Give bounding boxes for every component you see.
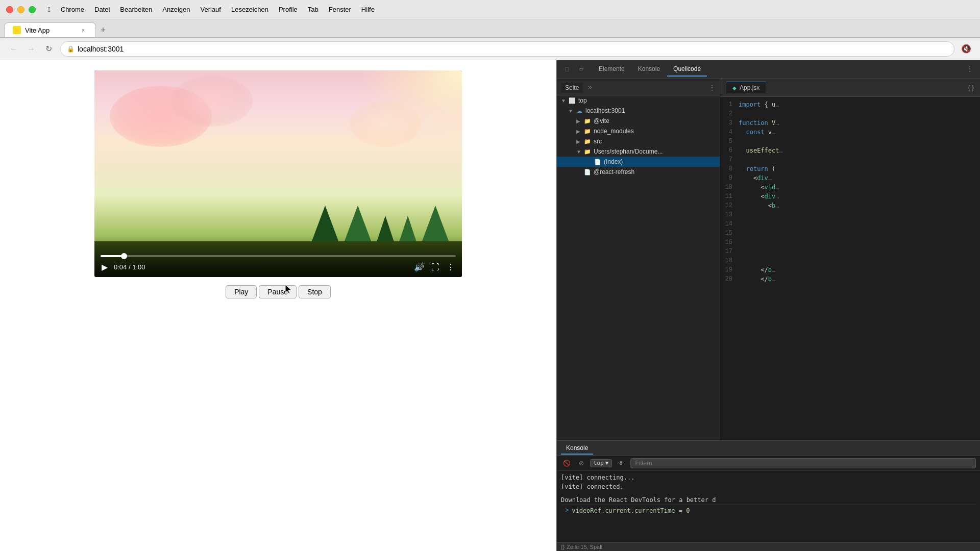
- line-num-1: 1: [720, 101, 739, 108]
- console-msg-connecting: [vite] connecting...: [561, 473, 976, 482]
- tree-item-src[interactable]: ▶ 📁 src: [557, 136, 720, 146]
- pause-button[interactable]: Pause: [259, 285, 297, 298]
- devtools-tabs: ⬚ ▭ Elemente Konsole Quellcode ⋮: [557, 60, 980, 79]
- pretty-print-icon[interactable]: { }: [968, 84, 974, 91]
- line-code-3: function V…: [739, 119, 779, 127]
- tab-close-button[interactable]: ×: [79, 26, 87, 34]
- tab-title: Vite App: [25, 27, 50, 34]
- devtools-inspect-icon[interactable]: ⬚: [561, 63, 573, 76]
- devtools-body: Seite » ⋮ ▼ ⬜ top ▼ ☁ localhost:3001 ▶: [557, 79, 980, 440]
- menu-bar:  Chrome Datei Bearbeiten Anzeigen Verla…: [44, 5, 379, 14]
- top-badge[interactable]: top ▼: [590, 459, 612, 467]
- console-filter-input[interactable]: [630, 458, 976, 468]
- tree-item-vite[interactable]: ▶ 📁 @vite: [557, 116, 720, 126]
- sources-header: Seite » ⋮: [557, 81, 720, 95]
- tree-item-index[interactable]: ▶ 📄 (Index): [557, 157, 720, 167]
- stop-button[interactable]: Stop: [299, 285, 331, 298]
- light-glow: [360, 70, 462, 147]
- sources-menu[interactable]: ⋮: [708, 84, 716, 92]
- reload-button[interactable]: ↻: [41, 41, 56, 57]
- menu-hilfe[interactable]: Hilfe: [357, 5, 379, 14]
- line-num-16: 16: [720, 239, 739, 246]
- console-tab-konsole[interactable]: Konsole: [561, 442, 593, 455]
- progress-thumb: [121, 253, 127, 259]
- devtools-console: Konsole 🚫 ⊘ top ▼ 👁 [vite] connecting...…: [557, 440, 980, 542]
- back-button[interactable]: ←: [6, 41, 21, 57]
- mute-button[interactable]: 🔇: [959, 41, 974, 57]
- menu-bearbeiten[interactable]: Bearbeiten: [116, 5, 156, 14]
- tree-label-react-refresh: @react-refresh: [594, 168, 634, 176]
- folder-icon-users: 📁: [583, 147, 592, 156]
- controls-left: ▶ 0:04 / 1:00: [101, 261, 145, 273]
- close-button[interactable]: [6, 6, 13, 13]
- menu-lesezeichen[interactable]: Lesezeichen: [227, 5, 273, 14]
- sources-page-tab[interactable]: Seite: [561, 83, 583, 93]
- tree-item-top[interactable]: ▼ ⬜ top: [557, 95, 720, 106]
- line-num-18: 18: [720, 257, 739, 264]
- code-line: 13: [720, 211, 980, 220]
- title-bar:  Chrome Datei Bearbeiten Anzeigen Verla…: [0, 0, 980, 19]
- line-num-13: 13: [720, 211, 739, 218]
- app-controls: Play Pause Stop: [226, 285, 331, 298]
- folder-icon-localhost: ☁: [575, 107, 583, 115]
- tab-elemente[interactable]: Elemente: [593, 62, 631, 77]
- menu-fenster[interactable]: Fenster: [325, 5, 355, 14]
- file-icon-index: 📄: [594, 158, 602, 166]
- controls-row: ▶ 0:04 / 1:00 🔊 ⛶ ⋮: [101, 261, 456, 273]
- devtools-device-icon[interactable]: ▭: [575, 63, 587, 76]
- code-filename: App.jsx: [740, 84, 760, 91]
- console-input-line: > videoRef.current.currentTime = 0: [561, 505, 976, 516]
- menu-profile[interactable]: Profile: [275, 5, 302, 14]
- volume-button[interactable]: 🔊: [413, 261, 425, 273]
- play-button[interactable]: Play: [226, 285, 257, 298]
- console-prompt-arrow: >: [565, 507, 569, 514]
- console-stop-button[interactable]: ⊘: [577, 459, 586, 468]
- code-line: 14: [720, 220, 980, 230]
- tree-arrow-top: ▼: [561, 98, 568, 104]
- console-eye-button[interactable]: 👁: [616, 459, 626, 468]
- line-code-12: <b…: [739, 202, 779, 209]
- progress-bar[interactable]: [101, 255, 456, 257]
- menu-anzeigen[interactable]: Anzeigen: [158, 5, 194, 14]
- maximize-button[interactable]: [29, 6, 36, 13]
- line-num-11: 11: [720, 193, 739, 200]
- code-line: 9 <div…: [720, 174, 980, 184]
- tab-quellcode[interactable]: Quellcode: [667, 62, 707, 77]
- menu-verlauf[interactable]: Verlauf: [196, 5, 225, 14]
- sources-more[interactable]: »: [585, 83, 595, 93]
- play-pause-button[interactable]: ▶: [101, 261, 109, 273]
- line-num-5: 5: [720, 138, 739, 145]
- menu-tab[interactable]: Tab: [304, 5, 323, 14]
- console-tabs: Konsole: [557, 441, 980, 456]
- fullscreen-button[interactable]: ⛶: [430, 262, 440, 273]
- more-options-button[interactable]: ⋮: [446, 261, 456, 273]
- tree-label-users: Users/stephan/Docume...: [594, 148, 663, 155]
- apple-menu[interactable]: : [44, 5, 55, 14]
- line-code-9: <div…: [739, 174, 772, 182]
- status-location: Zeile 15, Spalt: [567, 544, 602, 550]
- tree-item-react-refresh[interactable]: ▶ 📄 @react-refresh: [557, 167, 720, 177]
- tab-konsole[interactable]: Konsole: [632, 62, 666, 77]
- format-icon[interactable]: {}: [561, 544, 565, 550]
- line-num-7: 7: [720, 156, 739, 163]
- address-bar[interactable]: 🔒 localhost:3001: [60, 41, 954, 57]
- active-tab[interactable]: ⚡ Vite App ×: [4, 22, 96, 37]
- tree-item-localhost[interactable]: ▼ ☁ localhost:3001: [557, 106, 720, 116]
- devtools-settings-icon[interactable]: ⋮: [964, 63, 976, 76]
- code-line: 19 </b…: [720, 266, 980, 276]
- code-line: 6 useEffect…: [720, 147, 980, 156]
- tree-arrow-localhost: ▼: [568, 108, 575, 114]
- menu-datei[interactable]: Datei: [90, 5, 114, 14]
- code-line: 10 <vid…: [720, 184, 980, 193]
- tree-item-users[interactable]: ▼ 📁 Users/stephan/Docume...: [557, 146, 720, 157]
- menu-chrome[interactable]: Chrome: [57, 5, 88, 14]
- code-file-tab[interactable]: ◆ App.jsx: [726, 82, 766, 93]
- forward-button[interactable]: →: [23, 41, 39, 57]
- code-line: 12 <b…: [720, 202, 980, 211]
- minimize-button[interactable]: [17, 6, 24, 13]
- code-file-icon: ◆: [732, 85, 737, 91]
- line-num-17: 17: [720, 248, 739, 255]
- new-tab-button[interactable]: +: [96, 23, 110, 37]
- tree-item-node_modules[interactable]: ▶ 📁 node_modules: [557, 126, 720, 136]
- console-clear-button[interactable]: 🚫: [561, 459, 573, 468]
